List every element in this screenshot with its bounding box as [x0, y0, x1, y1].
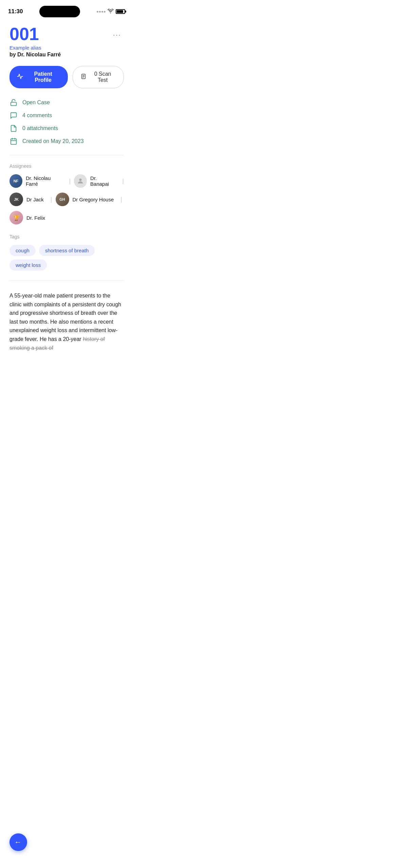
tag-weight-loss[interactable]: weight loss	[9, 259, 47, 271]
open-case-text: Open Case	[22, 100, 50, 106]
scan-test-label: 0 Scan Test	[89, 71, 116, 83]
calendar-icon	[9, 137, 18, 145]
assignee-name-jack: Dr Jack	[26, 197, 44, 202]
svg-rect-5	[11, 139, 17, 145]
patient-profile-label: Patient Profile	[26, 71, 60, 83]
assignee-name-nicolau: Dr. Nicolau Farré	[26, 175, 62, 187]
assignee-banapai: Dr. Banapai	[74, 174, 115, 188]
assignees-section: Assignees NF Dr. Nicolau Farré | Dr. B	[9, 163, 124, 224]
assignee-nicolau: NF Dr. Nicolau Farré	[9, 174, 62, 188]
description-section: A 55-year-old male patient presents to t…	[9, 289, 124, 352]
action-buttons: Patient Profile 0 Scan Test	[9, 66, 124, 88]
tags-section: Tags cough shortness of breath weight lo…	[9, 234, 124, 271]
patient-profile-button[interactable]: Patient Profile	[9, 66, 68, 88]
lock-icon	[9, 98, 18, 107]
wifi-icon	[108, 9, 114, 15]
scan-test-button[interactable]: 0 Scan Test	[73, 66, 124, 88]
assignees-row-3: 🏆 Dr. Felix	[9, 211, 124, 224]
signal-icon	[97, 11, 106, 13]
attachments-item: 0 attatchments	[9, 124, 124, 132]
divider-2	[9, 280, 124, 281]
avatar-felix: 🏆	[9, 211, 23, 224]
svg-point-9	[79, 179, 81, 181]
status-time: 11:30	[8, 8, 23, 15]
separator-2: |	[122, 178, 124, 185]
svg-rect-4	[11, 102, 17, 106]
status-indicators	[97, 9, 125, 15]
assignees-row-2: JK Dr Jack | GH Dr Gregory House |	[9, 193, 124, 206]
attachments-text: 0 attatchments	[22, 125, 58, 131]
created-date-text: Created on May 20, 2023	[22, 138, 84, 144]
separator-3: |	[51, 196, 52, 203]
more-dots-icon: ···	[113, 31, 121, 39]
strikethrough-text: history of smoking a pack of	[9, 336, 105, 351]
case-header: 001 Example alias by Dr. Nicolau Farré ·…	[9, 25, 124, 58]
more-options-button[interactable]: ···	[110, 28, 124, 42]
description-text: A 55-year-old male patient presents to t…	[9, 291, 124, 352]
tags-container: cough shortness of breath weight loss	[9, 245, 124, 271]
comment-icon	[9, 111, 18, 120]
assignee-name-house: Dr Gregory House	[73, 197, 114, 202]
divider-1	[9, 155, 124, 155]
comments-item: 4 comments	[9, 111, 124, 120]
case-number: 001	[9, 25, 110, 43]
case-info: Open Case 4 comments 0 attatchments	[9, 98, 124, 145]
tag-shortness-of-breath[interactable]: shortness of breath	[39, 245, 95, 256]
comments-text: 4 comments	[22, 112, 52, 119]
pulse-icon	[17, 73, 23, 81]
created-date-item: Created on May 20, 2023	[9, 137, 124, 145]
assignee-house: GH Dr Gregory House	[56, 193, 114, 206]
avatar-jack: JK	[9, 193, 23, 206]
separator-4: |	[120, 196, 122, 203]
tag-cough[interactable]: cough	[9, 245, 36, 256]
scan-icon	[80, 73, 87, 81]
avatar-nicolau: NF	[9, 174, 22, 188]
separator-1: |	[69, 178, 71, 185]
status-bar: 11:30	[0, 0, 133, 18]
dynamic-island	[39, 6, 80, 17]
avatar-banapai	[74, 174, 87, 188]
battery-icon	[116, 9, 125, 14]
case-doctor: by Dr. Nicolau Farré	[9, 52, 110, 58]
open-case-item: Open Case	[9, 98, 124, 107]
case-alias: Example alias	[9, 45, 110, 51]
main-content: 001 Example alias by Dr. Nicolau Farré ·…	[0, 18, 133, 352]
case-title-block: 001 Example alias by Dr. Nicolau Farré	[9, 25, 110, 58]
assignee-name-banapai: Dr. Banapai	[90, 175, 115, 187]
assignee-jack: JK Dr Jack	[9, 193, 44, 206]
assignees-grid: NF Dr. Nicolau Farré | Dr. Banapai |	[9, 174, 124, 224]
tags-label: Tags	[9, 234, 124, 239]
assignees-label: Assignees	[9, 163, 124, 169]
attachment-icon	[9, 124, 18, 132]
avatar-house: GH	[56, 193, 69, 206]
assignees-row-1: NF Dr. Nicolau Farré | Dr. Banapai |	[9, 174, 124, 188]
assignee-felix: 🏆 Dr. Felix	[9, 211, 45, 224]
assignee-name-felix: Dr. Felix	[26, 215, 45, 221]
